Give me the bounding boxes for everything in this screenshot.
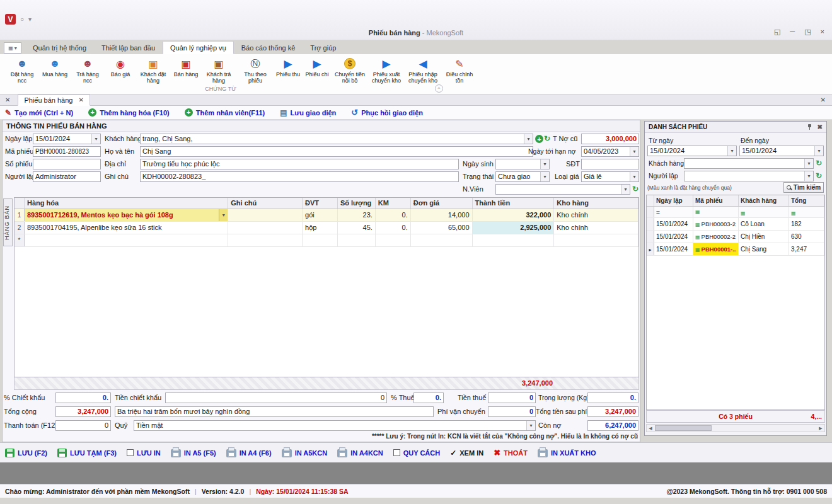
close-tab-right-icon[interactable]: ✕ xyxy=(821,96,826,103)
filter-row[interactable]: = xyxy=(647,207,824,218)
dropdown-arrow-icon[interactable] xyxy=(727,146,736,156)
pct-chiet-khau-input[interactable]: 0. xyxy=(55,392,111,403)
ngay-lap-input[interactable]: 15/01/2024 xyxy=(33,134,101,144)
cell-ghi-chu[interactable] xyxy=(228,222,303,234)
tab-quan-tri-he-thong[interactable]: Quản trị hệ thống xyxy=(25,41,94,54)
cell-thanh-tien[interactable]: 322,000 xyxy=(473,209,555,221)
filter-khach-hang-combo[interactable] xyxy=(684,158,814,169)
pin-icon[interactable] xyxy=(807,124,812,130)
cell-kho-hang[interactable]: Kho chính xyxy=(554,209,638,221)
cell-hang-hoa[interactable]: 8935001704195, Alpenlibe kẹo sữa 16 stic… xyxy=(25,222,228,234)
group-collapse-icon[interactable] xyxy=(435,84,443,93)
horizontal-scrollbar[interactable]: ◀ ▶ xyxy=(646,424,825,432)
ho-va-ten-input[interactable]: Chị Sang xyxy=(140,146,533,157)
tab-bao-cao-thong-ke[interactable]: Báo cáo thống kê xyxy=(234,41,303,54)
trang-thai-combo[interactable]: Chưa giao xyxy=(495,171,550,182)
khach-hang-combo[interactable]: trang, Chị Sang, xyxy=(140,134,533,144)
col-ghi-chu[interactable]: Ghi chú xyxy=(228,198,303,209)
side-tab-hang-ban[interactable]: HÀNG BÁN xyxy=(3,198,13,246)
tool-chuyen-tien-noi-bo[interactable]: $ Chuyển tiền nội bộ xyxy=(332,55,368,84)
col-km[interactable]: KM xyxy=(376,198,411,209)
luu-giao-dien-button[interactable]: ▤ Lưu giao diện xyxy=(280,108,336,117)
col-ma-phieu[interactable]: Mã phiếu xyxy=(693,195,739,206)
cell-dvt[interactable]: hộp xyxy=(303,222,338,234)
col-so-luong[interactable]: Số lượng xyxy=(338,198,376,209)
quy-combo[interactable]: Tiền mặt xyxy=(134,420,536,431)
cell-thanh-tien[interactable]: 2,925,000 xyxy=(473,222,555,234)
nhan-vien-combo[interactable] xyxy=(495,184,630,195)
filter-equals-icon[interactable]: = xyxy=(654,207,693,217)
filter-nguoi-lap-combo[interactable] xyxy=(684,171,814,181)
cell-don-gia[interactable]: 14,000 xyxy=(411,209,473,221)
col-dvt[interactable]: ĐVT xyxy=(303,198,338,209)
cell-hang-hoa[interactable]: 8935001712619, Mentos kẹo bạc hà gói 108… xyxy=(25,209,228,221)
trong-luong-input[interactable]: 0. xyxy=(587,392,638,403)
cell-kho-hang[interactable]: Kho chính xyxy=(554,222,638,234)
ghi-chu-input[interactable]: KDH00002-280823_ xyxy=(140,171,459,182)
quick-access-circle-icon[interactable]: ○ xyxy=(20,16,24,23)
tab-thiet-lap-ban-dau[interactable]: Thiết lập ban đầu xyxy=(94,41,163,54)
phi-van-chuyen-input[interactable]: 0 xyxy=(488,406,536,417)
list-item-selected[interactable]: 15/01/2024 PBH00001-... Chị Sang 3,247 xyxy=(647,243,824,256)
den-ngay-input[interactable]: 15/01/2024 xyxy=(739,146,824,156)
refresh-employee-icon[interactable] xyxy=(632,184,641,194)
restore-icon[interactable]: ◳ xyxy=(804,28,811,36)
tool-khach-tra-hang[interactable]: ▣ Khách trả hàng xyxy=(200,55,237,84)
dia-chi-input[interactable]: Trường tiểu học phúc lộc xyxy=(140,159,459,169)
tool-khach-dat-hang[interactable]: ▣ Khách đặt hàng xyxy=(135,55,171,84)
scrollbar-thumb[interactable] xyxy=(655,425,712,431)
add-customer-icon[interactable] xyxy=(535,135,543,143)
filter-icon[interactable] xyxy=(789,207,824,217)
in-a4kcn-button[interactable]: IN A4KCN xyxy=(337,448,383,457)
quy-cach-checkbox[interactable]: QUY CÁCH xyxy=(393,449,440,457)
luu-button[interactable]: LƯU (F2) xyxy=(5,449,47,457)
tool-tra-hang-ncc[interactable]: ☻ Trả hàng ncc xyxy=(69,55,106,84)
col-thanh-tien[interactable]: Thành tiền xyxy=(473,198,555,209)
ma-phieu-input[interactable]: PBH00001-280823 xyxy=(33,146,101,157)
dropdown-arrow-icon[interactable] xyxy=(219,209,228,221)
dropdown-arrow-icon[interactable] xyxy=(804,159,813,168)
tao-moi-button[interactable]: ✎ Tạo mới (Ctrl + N) xyxy=(5,108,73,117)
refresh-filter-creator-icon[interactable] xyxy=(816,171,824,181)
them-nhan-vien-button[interactable]: Thêm nhân viên(F11) xyxy=(185,108,265,117)
dropdown-arrow-icon[interactable] xyxy=(540,172,549,181)
table-row[interactable]: 1 8935001712619, Mentos kẹo bạc hà gói 1… xyxy=(14,209,638,222)
col-don-gia[interactable]: Đơn giá xyxy=(411,198,473,209)
in-xuat-kho-button[interactable]: IN XUẤT KHO xyxy=(538,448,596,457)
close-panel-icon[interactable]: ✖ xyxy=(818,122,823,133)
filter-icon[interactable] xyxy=(739,207,789,217)
ngay-toi-han-no-input[interactable]: 04/05/2023 xyxy=(581,146,639,157)
tool-bao-gia[interactable]: ◉ Báo giá xyxy=(106,55,135,78)
nguoi-lap-input[interactable]: Administrator xyxy=(33,171,101,182)
layout-icon[interactable]: ◱ xyxy=(774,28,780,36)
sdt-input[interactable] xyxy=(581,159,639,169)
loai-gia-combo[interactable]: Giá lẻ xyxy=(581,171,639,182)
cell-km[interactable]: 0. xyxy=(376,222,411,234)
dropdown-arrow-icon[interactable] xyxy=(621,185,630,194)
tool-phieu-thu[interactable]: ▶ Phiếu thu xyxy=(274,55,303,78)
tien-thue-input[interactable]: 0 xyxy=(488,392,536,403)
tool-dat-hang-ncc[interactable]: ☻ Đặt hàng ncc xyxy=(4,55,40,84)
close-tab-left-icon[interactable]: ✕ xyxy=(5,96,10,103)
table-row[interactable]: 2 8935001704195, Alpenlibe kẹo sữa 16 st… xyxy=(14,222,638,234)
tu-ngay-input[interactable]: 15/01/2024 xyxy=(647,146,737,156)
cell-so-luong[interactable]: 23. xyxy=(338,209,376,221)
app-menu-button[interactable] xyxy=(4,42,21,54)
tim-kiem-button[interactable]: Tìm kiếm xyxy=(783,182,824,193)
cell-ghi-chu[interactable] xyxy=(228,209,303,221)
luu-in-checkbox[interactable]: LƯU IN xyxy=(127,449,161,457)
tool-ban-hang[interactable]: ▣ Bán hàng xyxy=(171,55,200,78)
cell-so-luong[interactable]: 45. xyxy=(338,222,376,234)
thanh-toan-input[interactable]: 0 xyxy=(55,420,111,431)
checkbox-icon[interactable] xyxy=(393,449,400,456)
luu-tam-button[interactable]: LƯU TẠM (F3) xyxy=(57,449,117,457)
filter-icon[interactable] xyxy=(693,207,739,217)
minimize-icon[interactable]: ─ xyxy=(790,28,795,36)
dropdown-arrow-icon[interactable] xyxy=(814,146,823,156)
checkbox-icon[interactable] xyxy=(127,449,134,456)
in-a4-button[interactable]: IN A4 (F6) xyxy=(226,448,272,457)
dropdown-arrow-icon[interactable] xyxy=(524,134,533,144)
quick-access-caret-icon[interactable]: ▾ xyxy=(28,16,32,23)
them-hang-hoa-button[interactable]: Thêm hàng hóa (F10) xyxy=(88,108,170,117)
refresh-customer-icon[interactable] xyxy=(544,134,553,144)
